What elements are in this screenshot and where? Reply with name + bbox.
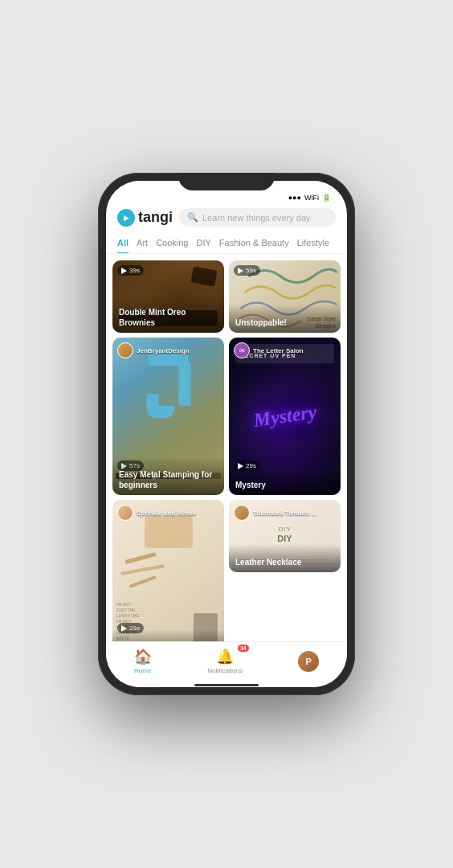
content-area: 39s Double Mint Oreo Brownies (106, 254, 347, 641)
avatar-name-necklace: Tutoriales Temuco ... (253, 510, 316, 517)
avatar-name-sprinkle: Sprinkle and Whisk (137, 510, 196, 517)
phone-screen: ●●● WiFi 🔋 tangi 🔍 Learn new things ever… (106, 181, 347, 687)
tab-lifestyle[interactable]: Lifestyle (297, 233, 329, 254)
nav-profile[interactable]: P (298, 651, 319, 672)
signal-icon: ●●● (288, 194, 301, 202)
avatar-img-stamping (117, 342, 133, 358)
tab-cooking[interactable]: Cooking (156, 233, 188, 254)
card-avatar-sprinkle: Sprinkle and Whisk (117, 505, 196, 521)
wifi-icon: WiFi (304, 194, 319, 202)
card-overlay-brownies: Double Mint Oreo Brownies (112, 294, 224, 333)
card-metal-stamping[interactable]: JenBryantDesign 57s Easy Metal Stamping … (112, 338, 224, 495)
avatar-name-mystery: The Letter Salon (253, 347, 304, 354)
search-bar[interactable]: 🔍 Learn new things every day (179, 208, 336, 227)
card-title-necklace: Leather Necklace (235, 557, 334, 567)
card-unstoppable[interactable]: Sarah StyleDesigns 59s Unstoppable! (229, 260, 341, 333)
card-overlay-mystery: Mystery (229, 467, 341, 495)
logo-icon (117, 209, 135, 227)
card-overlay-unstoppable: Unstoppable! (229, 305, 341, 333)
notifications-label: Notifications (207, 667, 243, 674)
card-duration-unstoppable: 59s (234, 265, 260, 276)
avatar-initial: P (306, 657, 312, 666)
avatar-letter-salon (234, 342, 250, 358)
card-title-unstoppable: Unstoppable! (235, 317, 334, 328)
card-diy-necklace[interactable]: · DIY · DIY Tutoriales Temuco ... (229, 500, 341, 572)
content-grid: 39s Double Mint Oreo Brownies (112, 260, 341, 641)
status-icons: ●●● WiFi 🔋 (288, 194, 331, 202)
search-icon: 🔍 (187, 212, 198, 223)
card-overlay-stamping: Easy Metal Stamping for beginners (112, 457, 224, 495)
battery-icon: 🔋 (322, 194, 331, 202)
notification-badge: 34 (238, 645, 249, 652)
card-avatar-mystery: The Letter Salon (234, 342, 304, 358)
search-placeholder: Learn new things every day (202, 213, 311, 223)
tab-art[interactable]: Art (137, 233, 148, 254)
duration-text-unstoppable: 59s (246, 267, 256, 274)
logo-text: tangi (138, 209, 173, 226)
tab-fashion[interactable]: Fashion & Beauty (219, 233, 289, 254)
avatar-name-stamping: JenBryantDesign (137, 347, 190, 354)
tab-diy[interactable]: DIY (196, 233, 210, 254)
logo[interactable]: tangi (117, 209, 173, 227)
card-title-mystery: Mystery (235, 480, 334, 490)
duration-text-brownies: 39s (129, 267, 140, 274)
card-overlay-necklace: Leather Necklace (229, 544, 341, 572)
profile-avatar: P (298, 651, 319, 672)
card-avatar-necklace: Tutoriales Temuco ... (234, 505, 316, 521)
category-tabs: All Art Cooking DIY Fashion & Beauty Lif… (106, 233, 347, 254)
avatar-img-necklace (234, 505, 250, 521)
tab-all[interactable]: All (117, 233, 129, 254)
card-title-stamping: Easy Metal Stamping for beginners (119, 469, 218, 490)
home-bar (194, 684, 259, 686)
card-overlay-sprinkle: Sprinkle and Whisk (112, 629, 224, 641)
avatar-img-sprinkle (117, 505, 133, 521)
header: tangi 🔍 Learn new things every day (106, 203, 347, 233)
nav-notifications[interactable]: 🔔 34 Notifications (207, 648, 243, 674)
play-icon-unstoppable (238, 268, 243, 274)
bell-icon: 🔔 (216, 648, 234, 665)
home-icon: 🏠 (134, 648, 152, 665)
home-indicator (106, 683, 347, 687)
card-title-brownies: Double Mint Oreo Brownies (119, 307, 218, 328)
bottom-nav: 🏠 Home 🔔 34 Notifications P (106, 641, 347, 683)
card-avatar-stamping: JenBryantDesign (117, 342, 190, 358)
play-icon-brownies (121, 268, 127, 274)
phone-device: ●●● WiFi 🔋 tangi 🔍 Learn new things ever… (98, 173, 355, 695)
card-sprinkle[interactable]: I'M NOTJUST THELUCKY ONEI'M NOTYOUR TYPE… (112, 500, 224, 641)
home-label: Home (134, 667, 151, 674)
card-duration-brownies: 39s (117, 265, 144, 276)
card-mystery[interactable]: SECRET UV PEN Mystery The Letter Salon (229, 338, 341, 495)
phone-notch (178, 173, 275, 190)
card-brownies[interactable]: 39s Double Mint Oreo Brownies (112, 260, 224, 333)
nav-home[interactable]: 🏠 Home (134, 648, 152, 674)
